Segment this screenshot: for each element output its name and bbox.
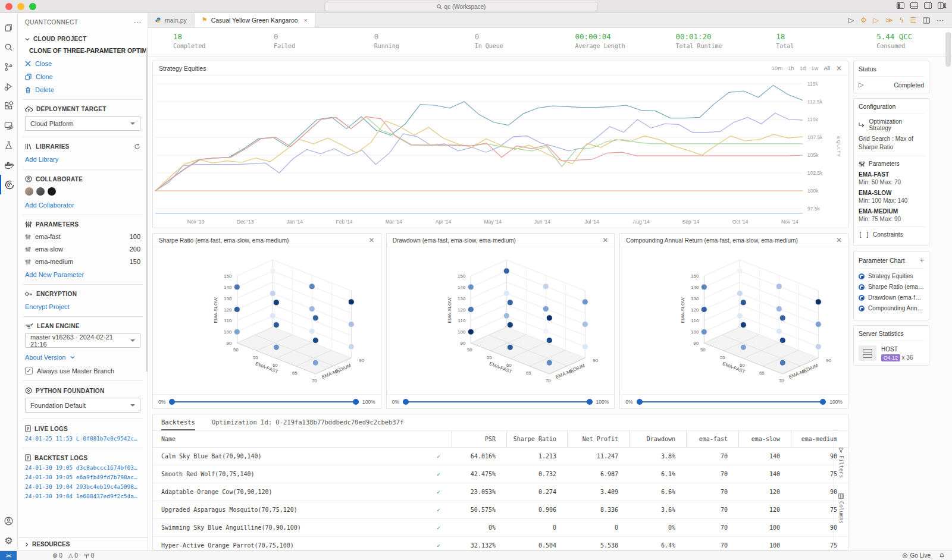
collaborator-avatars[interactable] <box>25 187 140 196</box>
scatter-point[interactable] <box>702 284 707 290</box>
scatter-point[interactable] <box>270 291 275 297</box>
deployment-target-select[interactable]: Cloud Platform <box>25 116 140 131</box>
editor-scrollbar[interactable] <box>945 32 951 67</box>
log-entry-link[interactable]: 24-01-30 19:05 d3c8abccc1674bf03dc784... <box>25 464 140 471</box>
column-header-ema-slow[interactable]: ema-slow <box>738 431 791 447</box>
log-entry-link[interactable]: 24-01-30 19:04 293bc4eb19c4a50985d372... <box>25 483 140 490</box>
clone-project-link[interactable]: Clone <box>25 73 140 80</box>
slider-handle-left[interactable] <box>403 399 409 405</box>
scatter-point[interactable] <box>702 329 707 335</box>
maximize-window-button[interactable] <box>29 3 36 10</box>
close-panel-icon[interactable]: ✕ <box>602 236 608 244</box>
scatter-3d-chart[interactable]: 9010011012013014015050556065709080EMA-FA… <box>620 247 848 392</box>
scatter-point[interactable] <box>543 306 549 312</box>
delete-project-link[interactable]: Delete <box>25 86 140 93</box>
scatter-range-slider[interactable]: 0%100% <box>153 394 381 408</box>
log-entry-link[interactable]: 24-01-30 19:04 1e608437ed9f2c54a5ab9d... <box>25 493 140 499</box>
scatter-point[interactable] <box>348 322 354 328</box>
scatter-point[interactable] <box>348 344 354 350</box>
slider-handle-left[interactable] <box>169 399 175 405</box>
add-chart-icon[interactable]: + <box>919 256 924 265</box>
toggle-secondary-sidebar-icon[interactable] <box>924 2 932 9</box>
scatter-point[interactable] <box>312 360 318 366</box>
avatar[interactable] <box>36 187 45 196</box>
slider-handle-right[interactable] <box>587 399 593 405</box>
column-header-psr[interactable]: PSR <box>452 431 506 447</box>
equity-chart[interactable]: 115k112.5k110k107.5k105k102.5k100k97.5kN… <box>153 75 847 228</box>
account-icon[interactable] <box>0 511 18 531</box>
column-header-net-profit[interactable]: Net Profit <box>567 431 629 447</box>
scatter-point[interactable] <box>312 315 318 321</box>
scatter-point[interactable] <box>309 328 315 334</box>
scatter-point[interactable] <box>507 344 513 350</box>
scatter-range-slider[interactable]: 0%100% <box>620 394 848 408</box>
tab-optimization-result[interactable]: ⚑ Casual Yellow Green Kangaroo × <box>195 13 315 27</box>
run-debug-icon[interactable] <box>0 77 18 96</box>
table-row[interactable]: Swimming Sky Blue Anguilline(70,90,100)✓… <box>153 519 848 537</box>
scatter-point[interactable] <box>737 313 743 319</box>
customize-layout-icon[interactable] <box>938 2 946 9</box>
range-button-1d[interactable]: 1d <box>800 65 806 71</box>
scatter-point[interactable] <box>543 284 549 290</box>
scatter-point[interactable] <box>312 338 318 344</box>
scatter-point[interactable] <box>582 344 588 350</box>
scatter-point[interactable] <box>776 284 782 290</box>
close-panel-icon[interactable]: ✕ <box>836 64 842 73</box>
scatter-point[interactable] <box>468 307 474 313</box>
scatter-point[interactable] <box>702 307 707 313</box>
scatter-point[interactable] <box>737 291 743 297</box>
tab-main-py[interactable]: main.py <box>148 13 195 27</box>
always-use-master-branch-checkbox[interactable]: ✓ Always use Master Branch <box>25 367 140 375</box>
scatter-point[interactable] <box>741 300 747 306</box>
close-tab-icon[interactable]: × <box>304 17 308 24</box>
errors-count[interactable]: ⊗ 0 <box>52 552 62 559</box>
remote-indicator[interactable]: >< <box>0 551 17 560</box>
warnings-count[interactable]: △ 0 <box>68 552 78 559</box>
scatter-point[interactable] <box>234 307 240 313</box>
log-entry-link[interactable]: 24-01-30 19:05 e6a9fb49fd7b798ac6784f... <box>25 474 140 480</box>
scatter-point[interactable] <box>348 299 354 305</box>
docker-icon[interactable] <box>0 155 18 175</box>
more-actions-icon[interactable]: ··· <box>937 16 944 24</box>
scatter-point[interactable] <box>503 268 509 274</box>
optimize-button[interactable]: ≫ <box>885 16 893 24</box>
quantconnect-icon[interactable] <box>0 175 18 194</box>
scatter-point[interactable] <box>816 344 822 350</box>
table-row[interactable]: Calm Sky Blue Bat(70,90,140)✓64.016%1.21… <box>153 448 848 465</box>
scatter-point[interactable] <box>309 306 315 312</box>
column-header-status[interactable] <box>424 431 452 447</box>
resources-section-header[interactable]: RESOURCES <box>18 537 148 550</box>
toggle-panel-icon[interactable] <box>910 2 918 9</box>
avatar[interactable] <box>48 187 56 196</box>
split-editor-icon[interactable] <box>923 17 930 24</box>
scatter-point[interactable] <box>468 284 474 290</box>
lean-version-select[interactable]: master v16263 - 2024-02-21 21:16 <box>25 333 140 348</box>
slider-handle-right[interactable] <box>353 399 359 405</box>
toggle-sidebar-icon[interactable] <box>897 2 904 9</box>
parameter-row[interactable]: ema-fast100 <box>25 233 140 240</box>
table-row[interactable]: Smooth Red Wolf(70,75,140)✓42.475%0.7326… <box>153 465 848 483</box>
close-project-link[interactable]: Close <box>25 60 140 67</box>
scatter-point[interactable] <box>816 322 822 328</box>
scatter-3d-chart[interactable]: 9010011012013014015050556065709080EMA-FA… <box>153 247 381 392</box>
encrypt-project-link[interactable]: Encrypt Project <box>25 303 140 310</box>
scatter-point[interactable] <box>546 360 552 366</box>
slider-handle-left[interactable] <box>637 399 643 405</box>
range-button-1w[interactable]: 1w <box>811 65 818 71</box>
backtest-button[interactable]: ▷ <box>873 16 879 24</box>
scatter-point[interactable] <box>270 268 275 274</box>
add-library-link[interactable]: Add Library <box>25 156 140 163</box>
scatter-point[interactable] <box>780 360 786 366</box>
live-trade-button[interactable]: ϟ <box>900 16 903 24</box>
scatter-point[interactable] <box>270 313 275 319</box>
workspace-search-input[interactable]: qc (Workspace) <box>324 2 598 11</box>
scatter-point[interactable] <box>582 299 588 305</box>
research-lab-icon[interactable] <box>0 136 18 155</box>
scatter-point[interactable] <box>543 328 549 334</box>
range-button-all[interactable]: All <box>823 65 830 71</box>
add-new-parameter-link[interactable]: Add New Parameter <box>25 271 140 278</box>
refresh-icon[interactable] <box>134 143 140 150</box>
slider-track[interactable] <box>403 401 593 402</box>
source-control-icon[interactable] <box>0 57 18 77</box>
scatter-point[interactable] <box>780 315 786 321</box>
